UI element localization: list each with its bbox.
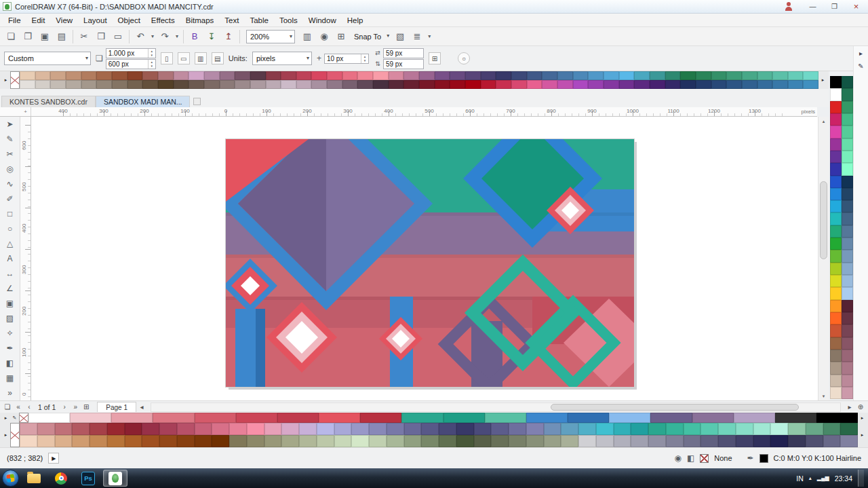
color-swatch[interactable]: [496, 80, 511, 89]
toolbar-icon[interactable]: [129, 30, 130, 43]
interactive-fill-tool[interactable]: ▦: [1, 371, 19, 386]
color-swatch[interactable]: [212, 423, 229, 435]
color-swatch[interactable]: [842, 126, 853, 138]
color-swatch[interactable]: [665, 80, 681, 89]
color-swatch[interactable]: [842, 350, 853, 362]
menu-tools[interactable]: Tools: [274, 15, 303, 26]
color-swatch[interactable]: [511, 71, 527, 80]
color-swatch[interactable]: [481, 80, 496, 89]
color-swatch[interactable]: [311, 80, 327, 89]
artwork-page[interactable]: [226, 139, 634, 387]
color-swatch[interactable]: [830, 375, 842, 387]
color-swatch[interactable]: [757, 71, 773, 80]
color-swatch[interactable]: [842, 250, 853, 262]
color-swatch[interactable]: [456, 435, 474, 447]
color-swatch[interactable]: [474, 423, 492, 435]
color-swatch[interactable]: [701, 423, 718, 435]
color-swatch[interactable]: [334, 435, 352, 447]
color-swatch[interactable]: [573, 71, 589, 80]
color-swatch[interactable]: [557, 71, 573, 80]
vertical-scroll-thumb[interactable]: [820, 181, 827, 259]
color-swatch[interactable]: [281, 423, 299, 435]
color-swatch[interactable]: [281, 80, 296, 89]
color-swatch[interactable]: [634, 80, 650, 89]
color-swatch[interactable]: [212, 435, 229, 447]
color-swatch[interactable]: [250, 71, 266, 80]
paste-icon[interactable]: ▭: [110, 29, 126, 45]
color-swatch[interactable]: [842, 88, 853, 100]
color-swatch[interactable]: [526, 423, 544, 435]
hidden-icons-arrow[interactable]: ▴: [809, 475, 812, 481]
color-swatch[interactable]: [830, 324, 842, 337]
color-swatch[interactable]: [369, 435, 387, 447]
page-width-spinner[interactable]: [148, 49, 155, 58]
color-swatch[interactable]: [456, 423, 474, 435]
cut-icon[interactable]: ✂: [76, 29, 92, 45]
taskbar-photoshop-button[interactable]: Ps: [76, 470, 100, 487]
menu-effects[interactable]: Effects: [146, 15, 180, 26]
color-swatch[interactable]: [736, 423, 753, 435]
palette-pen-icon[interactable]: ✎: [10, 413, 19, 423]
color-swatch[interactable]: [373, 80, 389, 89]
menu-layout[interactable]: Layout: [78, 15, 113, 26]
color-swatch[interactable]: [419, 80, 435, 89]
outline-pen-tool[interactable]: ✒: [1, 341, 19, 356]
color-swatch[interactable]: [90, 423, 107, 435]
copy-icon[interactable]: ❒: [93, 29, 109, 45]
palette-scroll-right-icon[interactable]: ▸: [818, 71, 827, 89]
color-swatch[interactable]: [544, 423, 561, 435]
color-swatch[interactable]: [421, 423, 439, 435]
toolbar-icon[interactable]: [239, 30, 240, 43]
color-swatch[interactable]: [153, 413, 194, 423]
color-swatch[interactable]: [127, 80, 143, 89]
palette-arrow-icon[interactable]: ▸: [1, 423, 10, 447]
color-swatch[interactable]: [631, 435, 648, 447]
color-swatch[interactable]: [81, 71, 97, 80]
color-swatch[interactable]: [509, 423, 526, 435]
color-swatch[interactable]: [578, 423, 596, 435]
color-swatch[interactable]: [107, 435, 125, 447]
polygon-tool[interactable]: △: [1, 236, 19, 251]
color-swatch[interactable]: [842, 176, 853, 188]
color-swatch[interactable]: [235, 71, 250, 80]
page-options-icon[interactable]: ❏: [2, 403, 13, 411]
color-swatch[interactable]: [55, 423, 73, 435]
color-swatch[interactable]: [491, 423, 509, 435]
tab-kontes-sandbox[interactable]: KONTES SANDBOX.cdr: [1, 96, 96, 107]
color-swatch[interactable]: [648, 435, 666, 447]
color-swatch[interactable]: [718, 435, 736, 447]
color-swatch[interactable]: [439, 435, 456, 447]
color-swatch[interactable]: [568, 413, 609, 423]
color-swatch[interactable]: [485, 413, 526, 423]
color-swatch[interactable]: [614, 435, 631, 447]
color-swatch[interactable]: [419, 71, 435, 80]
color-swatch[interactable]: [772, 71, 788, 80]
pick-tool[interactable]: ➤: [1, 117, 19, 132]
print-icon[interactable]: ▤: [54, 29, 70, 45]
color-swatch[interactable]: [726, 80, 742, 89]
zoom-level-combo[interactable]: 200%: [246, 30, 295, 43]
color-swatch[interactable]: [20, 423, 37, 435]
color-swatch[interactable]: [696, 80, 711, 89]
color-swatch[interactable]: [842, 138, 853, 151]
color-swatch[interactable]: [842, 113, 853, 126]
color-swatch[interactable]: [803, 80, 818, 89]
color-swatch[interactable]: [177, 423, 195, 435]
color-swatch[interactable]: [680, 71, 696, 80]
duplicate-x-field[interactable]: 59 px: [383, 48, 424, 58]
color-swatch[interactable]: [666, 435, 684, 447]
units-combo[interactable]: pixels: [252, 52, 312, 65]
palette-scroll-right-icon[interactable]: ▸: [858, 413, 867, 423]
color-swatch[interactable]: [666, 423, 684, 435]
color-swatch[interactable]: [72, 435, 90, 447]
show-desktop-button[interactable]: [858, 470, 864, 487]
color-swatch[interactable]: [770, 423, 788, 435]
color-swatch[interactable]: [174, 71, 189, 80]
color-swatch[interactable]: [90, 435, 107, 447]
toolbar-icon[interactable]: [73, 30, 73, 43]
color-swatch[interactable]: [496, 71, 511, 80]
color-swatch[interactable]: [327, 71, 342, 80]
color-swatch[interactable]: [561, 435, 578, 447]
color-swatch[interactable]: [342, 71, 358, 80]
color-swatch[interactable]: [842, 287, 853, 299]
